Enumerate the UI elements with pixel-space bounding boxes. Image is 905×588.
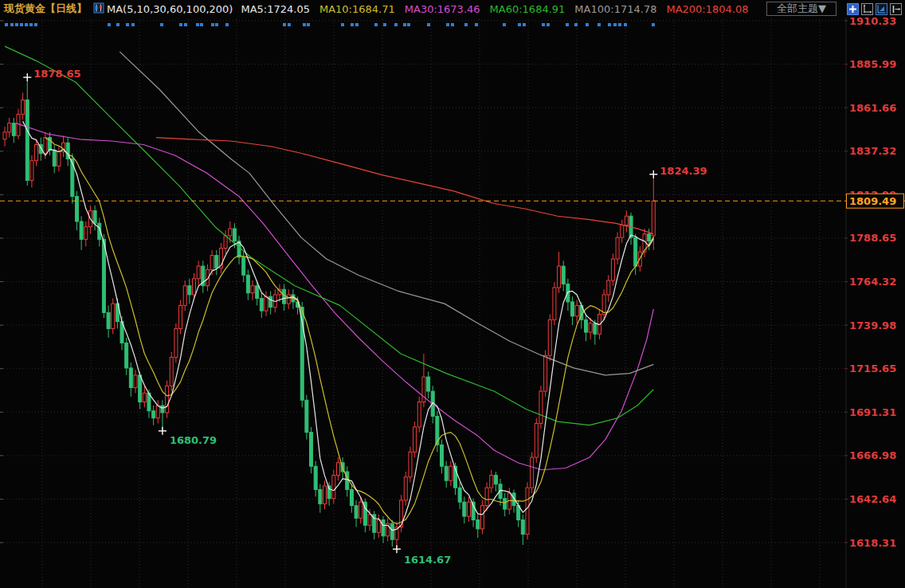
grid-layer xyxy=(0,18,848,588)
svg-text:1715.65: 1715.65 xyxy=(849,363,896,374)
svg-text:1764.32: 1764.32 xyxy=(849,276,896,288)
chart-pointer-icon[interactable] xyxy=(876,3,887,15)
ma-legend: MA5:1724.05MA10:1684.71MA30:1673.46MA60:… xyxy=(241,3,758,15)
pan-icon[interactable] xyxy=(847,3,859,15)
chart-toolbar: 现货黄金【日线】 MA(5,10,30,60,100,200) MA5:1724… xyxy=(0,0,905,18)
price-annotation: 1878.65 xyxy=(33,68,80,80)
event-markers-layer xyxy=(5,23,655,26)
svg-text:1788.65: 1788.65 xyxy=(849,232,896,244)
price-annotation: 1680.79 xyxy=(170,434,217,446)
ma-legend-item: MA5:1724.05 xyxy=(241,3,310,15)
candles-layer xyxy=(3,77,655,549)
svg-text:1809.49: 1809.49 xyxy=(849,195,896,207)
ma-legend-item: MA60:1684.91 xyxy=(490,3,566,15)
svg-text:1861.66: 1861.66 xyxy=(849,102,896,114)
axis-range-icon[interactable] xyxy=(861,3,873,15)
svg-text:1739.98: 1739.98 xyxy=(849,319,896,331)
svg-text:1642.64: 1642.64 xyxy=(849,493,896,505)
svg-text:1885.99: 1885.99 xyxy=(849,58,896,70)
svg-text:1618.31: 1618.31 xyxy=(849,537,896,549)
price-annotation: 1824.39 xyxy=(660,165,707,177)
svg-text:1666.98: 1666.98 xyxy=(849,449,896,461)
page-title: 现货黄金【日线】 xyxy=(4,2,87,16)
ma-legend-item: MA100:1714.78 xyxy=(574,3,656,15)
exit-icon[interactable] xyxy=(890,3,902,15)
ma-legend-item: MA10:1684.71 xyxy=(319,3,395,15)
current-price-badge: 1809.49 xyxy=(847,193,904,208)
svg-text:1691.31: 1691.31 xyxy=(849,406,896,418)
candlestick-chart-canvas[interactable]: 1910.331885.991861.661837.321812.991788.… xyxy=(0,0,905,588)
trading-chart-window: 1910.331885.991861.661837.321812.991788.… xyxy=(0,0,905,588)
ma-legend-item: MA200:1804.08 xyxy=(666,3,748,15)
kline-icon xyxy=(93,2,104,16)
price-annotation: 1614.67 xyxy=(404,554,451,566)
theme-selector-dropdown[interactable]: 全部主题▼ xyxy=(766,2,836,16)
ma-legend-item: MA30:1673.46 xyxy=(405,3,480,15)
toolbar-right-controls: 全部主题▼ xyxy=(766,2,902,16)
svg-text:1837.32: 1837.32 xyxy=(849,145,896,157)
ma-settings-label: MA(5,10,30,60,100,200) xyxy=(107,3,233,15)
